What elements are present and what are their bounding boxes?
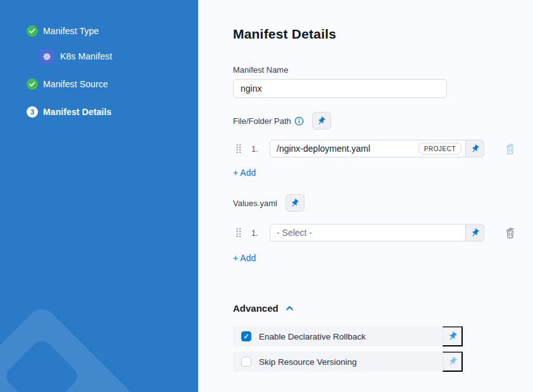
advanced-section-toggle[interactable]: Advanced — [233, 303, 533, 314]
file-path-row: 1. PROJECT — [233, 140, 533, 157]
manifest-name-label: Manifest Name — [233, 65, 533, 75]
runtime-input-pin-button[interactable] — [285, 194, 304, 212]
delete-row-button[interactable] — [505, 142, 516, 155]
values-file-select[interactable] — [270, 224, 466, 242]
runtime-input-pin-button[interactable] — [312, 112, 331, 130]
pin-icon — [448, 331, 458, 341]
file-folder-path-label: File/Folder Path — [233, 116, 291, 126]
check-circle-icon — [27, 25, 38, 37]
runtime-input-pin-button[interactable] — [442, 352, 463, 372]
pin-icon — [470, 228, 480, 238]
sidebar-step-k8s-manifest[interactable]: ☸ K8s Manifest — [39, 49, 198, 64]
option-label: Enable Declarative Rollback — [259, 332, 442, 341]
delete-row-button[interactable] — [505, 226, 516, 239]
wizard-sidebar: Manifest Type ☸ K8s Manifest Manifest So… — [0, 0, 198, 392]
advanced-title: Advanced — [233, 303, 279, 314]
page-title: Manifest Details — [233, 27, 533, 42]
add-file-path-button[interactable]: + Add — [233, 168, 256, 178]
trash-icon — [505, 226, 516, 239]
add-values-file-button[interactable]: + Add — [233, 253, 256, 263]
runtime-input-pin-button[interactable] — [442, 326, 463, 346]
sidebar-step-manifest-source[interactable]: Manifest Source — [27, 78, 198, 90]
trash-icon — [505, 142, 516, 155]
manifest-details-panel: Manifest Details Manifest Name File/Fold… — [198, 0, 533, 392]
sidebar-step-manifest-details[interactable]: 3 Manifest Details — [27, 106, 198, 118]
harness-logo-watermark — [0, 228, 198, 392]
pin-icon — [317, 116, 326, 126]
values-yaml-label: Values.yaml — [233, 199, 277, 208]
drag-handle-icon[interactable] — [236, 228, 241, 238]
pin-icon — [470, 144, 480, 154]
option-label: Skip Resource Versioning — [259, 357, 442, 367]
chevron-up-icon — [285, 303, 294, 313]
step-label: Manifest Type — [43, 26, 99, 36]
sidebar-step-manifest-type[interactable]: Manifest Type — [27, 25, 198, 37]
row-index: 1. — [251, 228, 263, 238]
option-row-skip-resource-versioning: ✓ Skip Resource Versioning — [233, 352, 463, 372]
step-number-badge: 3 — [27, 106, 38, 118]
values-file-row: 1. — [233, 224, 533, 242]
pin-icon — [290, 199, 299, 208]
pin-icon — [448, 357, 458, 367]
runtime-input-pin-button[interactable] — [465, 224, 484, 242]
kubernetes-icon: ☸ — [39, 49, 54, 64]
row-index: 1. — [251, 144, 263, 154]
drag-handle-icon[interactable] — [236, 144, 241, 154]
skip-resource-versioning-checkbox[interactable] — [241, 357, 251, 367]
enable-declarative-rollback-checkbox[interactable] — [241, 331, 251, 341]
runtime-input-pin-button[interactable] — [465, 140, 484, 157]
info-icon[interactable] — [294, 116, 304, 126]
check-circle-icon — [27, 78, 38, 90]
step-label: K8s Manifest — [60, 51, 112, 61]
step-label: Manifest Details — [43, 107, 111, 117]
scope-badge: PROJECT — [418, 143, 461, 155]
option-row-declarative-rollback: ✓ Enable Declarative Rollback — [233, 326, 463, 346]
manifest-name-input[interactable] — [233, 79, 447, 98]
step-label: Manifest Source — [43, 79, 108, 89]
